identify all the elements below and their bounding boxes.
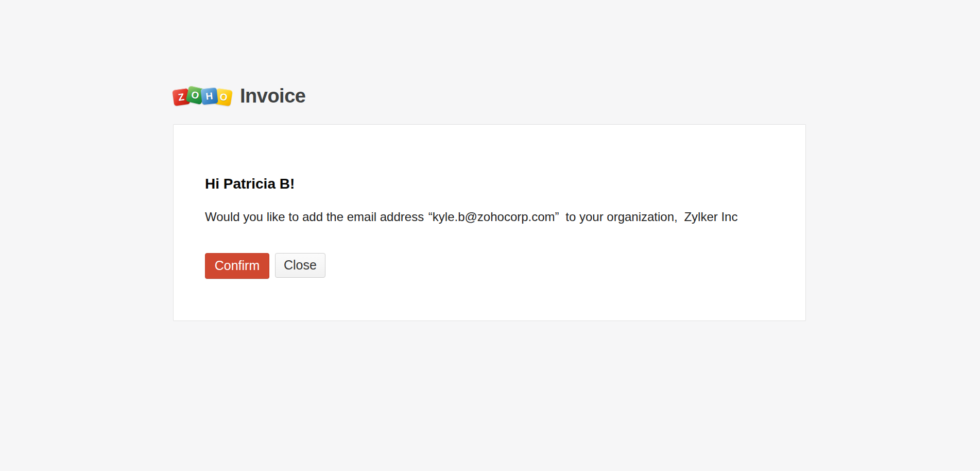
zoho-logo-tile-h-icon: H [200, 87, 218, 105]
page-background: Z O H O Invoice Hi Patricia B! Would you… [0, 0, 980, 471]
confirm-button[interactable]: Confirm [205, 253, 269, 279]
zoho-invoice-logo: Z O H O Invoice [173, 82, 305, 109]
message-text-after: to your organization, [562, 210, 681, 224]
confirmation-card: Hi Patricia B! Would you like to add the… [173, 124, 806, 321]
greeting-heading: Hi Patricia B! [205, 175, 805, 193]
logo-product-name: Invoice [240, 86, 305, 106]
confirmation-message: Would you like to add the email address … [205, 208, 774, 225]
close-button[interactable]: Close [275, 253, 325, 278]
dialog-actions: Confirm Close [205, 253, 805, 279]
email-address: “kyle.b@zohocorp.com” [428, 210, 559, 224]
message-text-before: Would you like to add the email address [205, 210, 427, 224]
zoho-logo-icon: Z O H O [173, 88, 232, 104]
organization-name: Zylker Inc [684, 210, 737, 224]
